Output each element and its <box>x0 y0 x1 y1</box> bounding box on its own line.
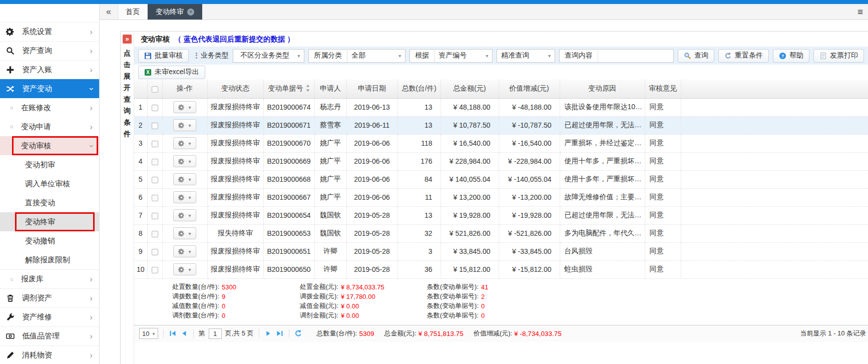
date-cell: 2019-06-06 <box>346 152 397 170</box>
row-actions-button[interactable]: ▾ <box>173 137 196 149</box>
sidebar-item-资产维修[interactable]: 资产维修› <box>0 307 99 326</box>
category-select[interactable]: 全部▾ <box>347 50 405 62</box>
actions-cell: ▾ <box>162 170 207 188</box>
row-checkbox[interactable] <box>152 213 158 219</box>
caret-down-icon: ▾ <box>188 177 191 182</box>
sidebar-item-变动申请[interactable]: 变动申请› <box>0 117 99 136</box>
column-header-变动单据号[interactable]: 变动单据号 <box>263 80 314 98</box>
trash-icon <box>6 294 15 302</box>
caret-down-icon: ▾ <box>188 123 191 128</box>
caret-down-icon: ▾ <box>152 331 155 336</box>
sidebar-item-资产变动[interactable]: 资产变动› <box>0 79 99 98</box>
refresh-icon[interactable] <box>294 329 302 337</box>
sidebar-item-变动撤销[interactable]: 变动撤销 <box>0 231 99 250</box>
sidebar-item-解除报废限制[interactable]: 解除报废限制 <box>0 250 99 269</box>
tab-home[interactable]: 首页 <box>118 4 148 20</box>
applicant-cell: 姚广平 <box>314 188 346 206</box>
qty-cell: 176 <box>397 152 441 170</box>
amount-cell: ¥ 140,055.04 <box>441 170 499 188</box>
reset-conditions-button[interactable]: 重置条件 <box>718 49 769 63</box>
sidebar-item-调入单位审核[interactable]: 调入单位审核 <box>0 174 99 193</box>
sidebar-item-变动初审[interactable]: 变动初审 <box>0 155 99 174</box>
column-header-总数(台/件): 总数(台/件) <box>397 80 441 98</box>
hamburger-menu-icon[interactable]: ≡ <box>857 4 863 20</box>
applicant-cell: 姚广平 <box>314 134 346 152</box>
sidebar-item-变动审核[interactable]: 变动审核› <box>0 136 99 155</box>
summary-value: ¥ 17,780.00 <box>338 293 409 300</box>
business-type-select[interactable]: 不区分业务类型▾ <box>233 49 304 63</box>
select-all-checkbox[interactable] <box>152 86 158 93</box>
summary-label: 条数(变动单据号): <box>409 301 479 310</box>
row-actions-button[interactable]: ▾ <box>173 209 196 221</box>
sidebar-item-消耗物资[interactable]: 消耗物资› <box>0 345 99 364</box>
row-checkbox[interactable] <box>152 267 158 273</box>
row-actions-button[interactable]: ▾ <box>173 155 196 167</box>
row-checkbox[interactable] <box>152 105 158 111</box>
query-content-input[interactable] <box>598 50 673 62</box>
sidebar-item-变动终审[interactable]: 变动终审 <box>0 212 99 231</box>
row-actions-button[interactable]: ▾ <box>173 173 196 185</box>
date-cell: 2019-06-11 <box>346 116 397 134</box>
batch-audit-button[interactable]: 批量审核 <box>138 49 189 63</box>
sidebar-item-报废库[interactable]: 报废库› <box>0 269 99 288</box>
qty-cell: 13 <box>397 116 441 134</box>
page-number-input[interactable]: 1 <box>209 328 222 339</box>
right-area: « 首页 变动终审 × ≡ » 点击展开查询条件 变动审核 <box>100 4 868 364</box>
row-checkbox[interactable] <box>152 159 158 165</box>
sidebar-item-调剂资产[interactable]: 调剂资产› <box>0 288 99 307</box>
sidebar-item-资产查询[interactable]: 资产查询› <box>0 41 99 60</box>
row-checkbox[interactable] <box>152 249 158 255</box>
sidebar-item-低值品管理[interactable]: 低值品管理› <box>0 326 99 345</box>
row-actions-button[interactable]: ▾ <box>173 191 196 203</box>
table-body: 1▾报废报损待终审B2019000674杨志丹2019-06-1313¥ 48,… <box>134 98 868 278</box>
help-icon: ? <box>779 52 786 60</box>
row-checkbox[interactable] <box>152 195 158 201</box>
qty-cell: 32 <box>397 224 441 242</box>
row-index-cell: 9 <box>134 242 147 260</box>
column-header-变动状态: 变动状态 <box>207 80 263 98</box>
audit-panel: » 点击展开查询条件 变动审核 （ 蓝色代表退回后重新提交的数据 ） 批量审核 … <box>120 31 868 364</box>
tab-change-final-audit[interactable]: 变动终审 × <box>148 4 202 20</box>
summary-label: 处置金额(元): <box>279 282 338 291</box>
caret-down-icon: ▾ <box>548 53 551 59</box>
last-page-button[interactable] <box>276 329 284 337</box>
query-expand-strip[interactable]: » 点击展开查询条件 <box>121 32 134 364</box>
status-cell: 报废报损待终审 <box>207 206 263 224</box>
sidebar-item-在账修改[interactable]: 在账修改› <box>0 98 99 117</box>
row-checkbox[interactable] <box>152 231 158 237</box>
sidebar-item-直接变动[interactable]: 直接变动 <box>0 193 99 212</box>
sidebar-item-资产入账[interactable]: 资产入账› <box>0 60 99 79</box>
match-mode-select[interactable]: 精准查询▾ <box>497 49 555 63</box>
row-checkbox[interactable] <box>152 177 158 183</box>
unaudited-excel-export-button[interactable]: X未审excel导出 <box>138 66 205 79</box>
select-all-header[interactable] <box>147 80 162 98</box>
gear-icon <box>178 248 185 255</box>
caret-down-icon: ▾ <box>188 141 191 146</box>
row-actions-button[interactable]: ▾ <box>173 227 196 239</box>
search-by-select[interactable]: 资产编号▾ <box>435 50 492 62</box>
opinion-cell: 同意 <box>645 188 681 206</box>
help-button[interactable]: ?帮助 <box>773 49 809 63</box>
first-page-button[interactable] <box>169 329 177 337</box>
value-change-cell: ¥ -15,812.00 <box>499 260 560 278</box>
invoice-print-button[interactable]: 发票打印 <box>813 49 864 63</box>
row-checkbox[interactable] <box>152 123 158 129</box>
row-checkbox[interactable] <box>152 141 158 147</box>
sort-icon[interactable] <box>306 85 310 91</box>
page-size-select[interactable]: 10▾ <box>139 328 158 339</box>
summary-value: 0 <box>219 302 279 310</box>
search-button[interactable]: 查询 <box>678 49 714 63</box>
row-actions-button[interactable]: ▾ <box>173 119 196 131</box>
sidebar-item-系统设置[interactable]: 系统设置› <box>0 22 99 41</box>
opinion-cell: 同意 <box>645 98 681 116</box>
prev-page-button[interactable] <box>180 329 188 337</box>
row-actions-button[interactable]: ▾ <box>173 245 196 257</box>
row-actions-button[interactable]: ▾ <box>173 101 196 113</box>
expand-arrows-icon[interactable]: » <box>123 35 132 44</box>
tab-close-icon[interactable]: × <box>187 9 194 16</box>
doc-number-cell: B2019000650 <box>263 260 314 278</box>
row-actions-button[interactable]: ▾ <box>173 263 196 275</box>
tabs-collapse-button[interactable]: « <box>100 4 118 20</box>
actions-cell: ▾ <box>162 206 207 224</box>
next-page-button[interactable] <box>264 329 272 337</box>
